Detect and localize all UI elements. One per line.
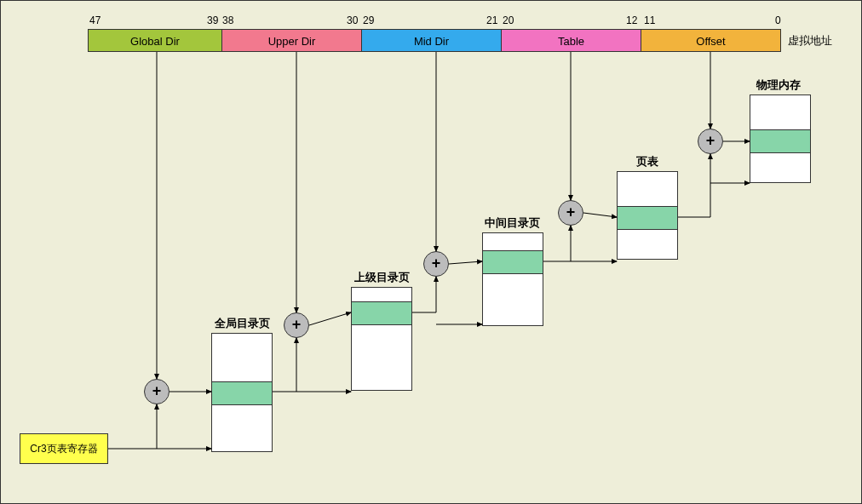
bit-label: 12 <box>626 14 637 26</box>
table-label-upper: 上级目录页 <box>348 270 416 285</box>
bit-label: 0 <box>775 14 781 26</box>
table-label-global: 全局目录页 <box>208 316 276 331</box>
bit-label: 20 <box>503 14 514 26</box>
bit-label: 38 <box>222 14 233 26</box>
page-table-pagetable <box>617 171 678 260</box>
segment-global-dir: Global Dir <box>88 29 222 52</box>
svg-line-7 <box>449 261 482 264</box>
segment-mid-dir: Mid Dir <box>361 29 502 52</box>
table-label-mid: 中间目录页 <box>474 215 550 231</box>
bit-label: 30 <box>347 14 358 26</box>
bit-label: 29 <box>363 14 374 26</box>
physical-memory <box>750 94 811 183</box>
adder-mid: + <box>423 251 449 277</box>
page-table-global <box>211 333 273 452</box>
segment-upper-dir: Upper Dir <box>221 29 362 52</box>
adder-upper: + <box>284 312 309 338</box>
svg-line-8 <box>583 213 617 217</box>
page-table-upper <box>351 287 412 391</box>
segment-offset: Offset <box>641 29 781 52</box>
diagram-canvas: 47 39 38 30 29 21 20 12 11 0 Global Dir … <box>0 0 862 504</box>
adder-offset: + <box>698 129 723 154</box>
table-label-physmem: 物理内存 <box>748 77 809 93</box>
table-label-pagetable: 页表 <box>626 154 669 169</box>
bit-label: 39 <box>207 14 218 26</box>
cr3-register: Cr3页表寄存器 <box>20 433 108 464</box>
segment-table: Table <box>501 29 641 52</box>
adder-global: + <box>144 379 170 404</box>
page-table-mid <box>482 232 543 326</box>
bit-label: 21 <box>486 14 497 26</box>
svg-line-6 <box>309 312 351 325</box>
bit-label: 11 <box>644 14 655 26</box>
adder-table: + <box>558 200 583 226</box>
bit-label: 47 <box>89 14 101 26</box>
virtual-address-label: 虚拟地址 <box>788 33 832 49</box>
